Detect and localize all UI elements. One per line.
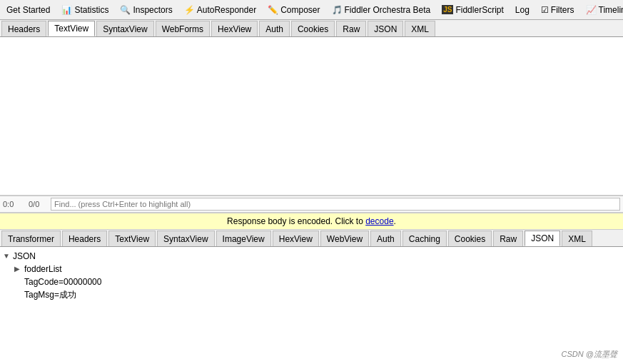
tab-request-hexview[interactable]: HexView: [211, 21, 258, 36]
watermark: CSDN @流墨聲: [562, 349, 617, 360]
toolbar-composer[interactable]: ✏️ Composer: [263, 2, 325, 18]
request-text-input[interactable]: [0, 37, 623, 195]
response-section: Response body is encoded. Click to decod…: [0, 213, 623, 364]
toolbar-statistics[interactable]: 📊 Statistics: [56, 2, 113, 18]
log-label: Log: [515, 5, 530, 15]
toolbar-autoresponder[interactable]: ⚡ AutoResponder: [179, 2, 261, 18]
toolbar-get-started[interactable]: Get Started: [1, 2, 55, 18]
fiddler-orchestra-icon: 🎵: [332, 5, 343, 15]
json-tree: ▼ JSON ▶ fodderList TagCode=00000000 Tag…: [3, 250, 620, 301]
filters-label: Filters: [551, 5, 574, 15]
request-body: [0, 37, 623, 196]
toolbar-fiddler-orchestra[interactable]: 🎵 Fiddler Orchestra Beta: [327, 2, 436, 18]
tab-request-headers[interactable]: Headers: [1, 21, 46, 36]
autoresponder-icon: ⚡: [184, 5, 195, 15]
find-input[interactable]: [51, 198, 620, 211]
find-counter: 0/0: [29, 200, 46, 208]
toolbar-filters[interactable]: ☑ Filters: [536, 2, 579, 18]
tab-request-xml[interactable]: XML: [405, 21, 435, 36]
decode-link[interactable]: decode: [365, 216, 393, 226]
get-started-label: Get Started: [6, 5, 50, 15]
fiddlerscript-label: FiddlerScript: [455, 5, 503, 15]
tab-response-raw[interactable]: Raw: [493, 231, 523, 246]
toolbar-log[interactable]: Log: [510, 2, 535, 18]
tag-msg-expand-icon: [14, 288, 23, 301]
tab-response-caching[interactable]: Caching: [402, 231, 447, 246]
tab-request-syntaxview[interactable]: SyntaxView: [96, 21, 153, 36]
tab-request-raw[interactable]: Raw: [336, 21, 366, 36]
tab-response-webview[interactable]: WebView: [320, 231, 369, 246]
tab-response-auth[interactable]: Auth: [370, 231, 401, 246]
tab-response-imageview[interactable]: ImageView: [216, 231, 271, 246]
toolbar-fiddlerscript[interactable]: JS FiddlerScript: [437, 2, 509, 18]
notification-bar[interactable]: Response body is encoded. Click to decod…: [0, 213, 623, 230]
tag-msg-row: TagMsg=成功: [3, 288, 620, 301]
tab-response-cookies[interactable]: Cookies: [448, 231, 492, 246]
toolbar-timeline[interactable]: 📈 Timeline: [581, 2, 623, 18]
find-position: 0:0: [3, 200, 24, 208]
fodder-list-row: ▶ fodderList: [3, 263, 620, 275]
timeline-icon: 📈: [586, 5, 597, 15]
tab-response-json[interactable]: JSON: [525, 231, 560, 246]
tag-code-expand-icon: [14, 275, 23, 288]
timeline-label: Timeline: [599, 5, 623, 15]
json-root-label: JSON: [13, 250, 36, 263]
tab-response-xml[interactable]: XML: [562, 231, 592, 246]
fiddler-orchestra-label: Fiddler Orchestra Beta: [345, 5, 431, 15]
tab-request-auth[interactable]: Auth: [259, 21, 290, 36]
tab-response-syntaxview[interactable]: SyntaxView: [157, 231, 214, 246]
statistics-label: Statistics: [74, 5, 108, 15]
filters-icon: ☑: [541, 5, 549, 15]
notification-text: Response body is encoded. Click to decod…: [227, 216, 396, 226]
tab-request-textview[interactable]: TextView: [48, 21, 95, 36]
toolbar-inspectors[interactable]: 🔍 Inspectors: [115, 2, 177, 18]
fodder-list-expand-icon[interactable]: ▶: [14, 263, 23, 275]
inspectors-icon: 🔍: [120, 5, 131, 15]
composer-label: Composer: [280, 5, 320, 15]
main-container: Get Started 📊 Statistics 🔍 Inspectors ⚡ …: [0, 0, 623, 364]
tab-request-cookies[interactable]: Cookies: [291, 21, 335, 36]
json-root-expand-icon[interactable]: ▼: [3, 250, 11, 263]
json-root-row: ▼ JSON: [3, 250, 620, 263]
request-section: Headers TextView SyntaxView WebForms Hex…: [0, 20, 623, 213]
tag-msg-label: TagMsg=成功: [24, 288, 76, 301]
tag-code-label: TagCode=00000000: [24, 275, 101, 288]
tab-response-headers[interactable]: Headers: [62, 231, 107, 246]
tab-request-webforms[interactable]: WebForms: [156, 21, 210, 36]
statistics-icon: 📊: [61, 5, 72, 15]
response-body: ▼ JSON ▶ fodderList TagCode=00000000 Tag…: [0, 247, 623, 364]
tab-response-transformer[interactable]: Transformer: [1, 231, 61, 246]
autoresponder-label: AutoResponder: [197, 5, 256, 15]
inspectors-label: Inspectors: [133, 5, 172, 15]
response-tabs: Transformer Headers TextView SyntaxView …: [0, 230, 623, 247]
composer-icon: ✏️: [268, 5, 278, 15]
tab-response-textview[interactable]: TextView: [108, 231, 156, 246]
tag-code-row: TagCode=00000000: [3, 275, 620, 288]
tab-request-json[interactable]: JSON: [368, 21, 403, 36]
top-toolbar: Get Started 📊 Statistics 🔍 Inspectors ⚡ …: [0, 0, 623, 20]
fodder-list-label: fodderList: [24, 263, 62, 275]
tab-response-hexview[interactable]: HexView: [273, 231, 319, 246]
fiddlerscript-icon: JS: [442, 5, 453, 14]
find-bar: 0:0 0/0: [0, 196, 623, 213]
request-tabs: Headers TextView SyntaxView WebForms Hex…: [0, 20, 623, 37]
